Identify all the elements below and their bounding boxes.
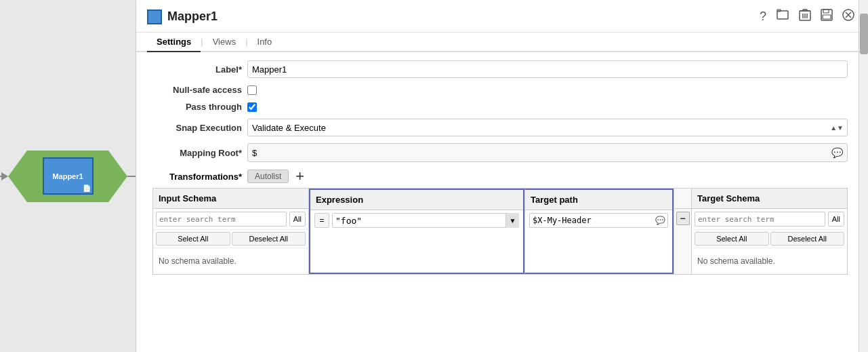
- add-transformation-button[interactable]: +: [294, 169, 306, 184]
- svg-rect-0: [777, 11, 788, 19]
- input-schema-search[interactable]: [156, 212, 287, 227]
- main-panel: Mapper1 ?: [136, 0, 868, 352]
- pass-through-checkbox[interactable]: [247, 102, 257, 112]
- transformations-full-table: Input Schema All Select All Deselect All…: [152, 188, 848, 275]
- tab-settings[interactable]: Settings: [147, 33, 201, 52]
- label-row: Label*: [147, 60, 848, 78]
- input-schema-select-all-button[interactable]: Select All: [156, 232, 230, 246]
- target-schema-search[interactable]: [695, 212, 825, 227]
- close-button[interactable]: [840, 7, 857, 26]
- expression-input-wrapper: ▼: [332, 213, 519, 228]
- input-schema-column: Input Schema All Select All Deselect All…: [153, 189, 309, 274]
- mapping-root-input[interactable]: [248, 144, 827, 161]
- scrollbar-thumb[interactable]: [860, 14, 868, 54]
- target-schema-all-button[interactable]: All: [828, 212, 844, 227]
- target-schema-select-all-button[interactable]: Select All: [695, 232, 769, 246]
- node-doc-icon: 📄: [83, 184, 91, 192]
- input-schema-empty-message: No schema available.: [153, 248, 308, 274]
- mapping-root-wrapper: 💬: [247, 143, 848, 162]
- input-schema-deselect-all-button[interactable]: Deselect All: [232, 232, 306, 246]
- transformations-label: Transformations*: [147, 172, 242, 182]
- mapper-node[interactable]: Mapper1 📄: [8, 151, 127, 202]
- snap-execution-label: Snap Execution: [147, 123, 242, 133]
- delete-icon: [799, 8, 811, 22]
- delete-button[interactable]: [796, 7, 814, 26]
- snap-execution-wrapper: Validate & Execute Execute only Validate…: [247, 119, 848, 136]
- expression-header: Expression: [310, 190, 523, 210]
- null-safe-checkbox[interactable]: [247, 85, 257, 95]
- screenshot-icon: [776, 8, 789, 22]
- mapping-root-label: Mapping Root*: [147, 148, 242, 158]
- target-schema-select-row: Select All Deselect All: [692, 230, 847, 248]
- pass-through-row: Pass through: [147, 102, 848, 112]
- tabs-bar: Settings | Views | Info: [136, 33, 868, 52]
- target-path-comment-icon: 💬: [655, 216, 665, 225]
- input-schema-select-row: Select All Deselect All: [153, 230, 308, 248]
- tab-views[interactable]: Views: [203, 33, 245, 52]
- remove-row-button[interactable]: −: [676, 212, 690, 225]
- save-icon: [821, 9, 833, 21]
- pipeline-area: Mapper1 📄: [0, 0, 136, 352]
- target-schema-deselect-all-button[interactable]: Deselect All: [770, 232, 845, 246]
- mapping-root-comment-icon: 💬: [827, 147, 847, 158]
- help-button[interactable]: ?: [757, 8, 769, 25]
- arrow-body: Mapper1 📄: [27, 151, 108, 202]
- header-title-area: Mapper1: [147, 9, 218, 30]
- target-schema-empty-message: No schema available.: [692, 248, 847, 274]
- node-label: Mapper1: [52, 172, 83, 180]
- close-icon: [842, 9, 854, 21]
- minus-row-0: −: [674, 209, 692, 228]
- target-schema-column: Target Schema All Select All Deselect Al…: [691, 189, 847, 274]
- target-schema-header: Target Schema: [692, 189, 847, 209]
- null-safe-label: Null-safe access: [147, 85, 242, 95]
- label-field-label: Label*: [147, 64, 242, 75]
- transformations-section-header: Transformations* Autolist +: [147, 169, 848, 184]
- minus-column: −: [674, 189, 691, 274]
- input-schema-header: Input Schema: [153, 189, 308, 209]
- pipeline-canvas: Mapper1 📄: [0, 151, 148, 202]
- expression-column: Expression = ▼: [309, 189, 524, 274]
- panel-header: Mapper1 ?: [136, 0, 868, 33]
- input-schema-all-button[interactable]: All: [289, 212, 306, 227]
- page-title: Mapper1: [167, 9, 218, 24]
- scrollbar[interactable]: [859, 0, 868, 352]
- mapper-icon: [147, 9, 162, 24]
- arrow-left: [8, 151, 27, 202]
- target-path-input[interactable]: [529, 213, 668, 228]
- target-path-input-wrapper: 💬: [529, 213, 668, 228]
- header-actions: ?: [757, 7, 857, 32]
- expression-eq-button[interactable]: =: [314, 213, 329, 228]
- tab-info[interactable]: Info: [248, 33, 282, 52]
- expression-input[interactable]: [332, 213, 519, 228]
- expression-dropdown-button[interactable]: ▼: [505, 213, 519, 228]
- null-safe-row: Null-safe access: [147, 85, 848, 95]
- target-schema-search-row: All: [692, 209, 847, 230]
- transformations-table-area: Input Schema All Select All Deselect All…: [152, 188, 848, 275]
- pass-through-label: Pass through: [147, 102, 242, 112]
- label-input[interactable]: [247, 60, 848, 78]
- screenshot-button[interactable]: [773, 7, 792, 26]
- target-path-header: Target path: [525, 190, 672, 210]
- arrow-right: [108, 151, 127, 202]
- save-button[interactable]: [818, 7, 835, 26]
- form-content: Label* Null-safe access Pass through Sna…: [136, 52, 868, 352]
- expression-row-0: = ▼: [310, 210, 523, 231]
- minus-header-spacer: [674, 189, 691, 209]
- target-path-row-0: 💬: [525, 210, 672, 231]
- autolist-button[interactable]: Autolist: [247, 170, 289, 183]
- svg-rect-12: [823, 15, 831, 19]
- snap-execution-select[interactable]: Validate & Execute Execute only Validate…: [247, 119, 848, 136]
- connector-arrow-in: [1, 172, 8, 180]
- input-schema-search-row: All: [153, 209, 308, 230]
- mapping-root-row: Mapping Root* 💬: [147, 143, 848, 162]
- snap-execution-row: Snap Execution Validate & Execute Execut…: [147, 119, 848, 136]
- target-path-column: Target path 💬: [524, 189, 674, 274]
- node-inner: Mapper1 📄: [43, 157, 94, 195]
